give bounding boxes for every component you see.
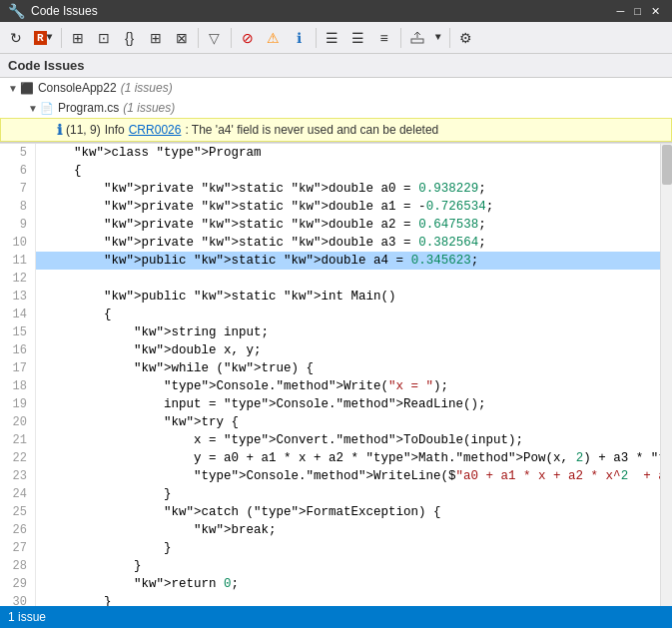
code-content[interactable]: "kw">class "type">Program { "kw">private…: [36, 144, 660, 616]
sep2: [198, 28, 199, 48]
export-dropdown[interactable]: ▼: [431, 26, 445, 50]
svg-rect-0: [411, 39, 423, 43]
restore-button[interactable]: □: [630, 5, 645, 18]
title-bar-left: 🔧 Code Issues: [8, 3, 98, 19]
sep3: [231, 28, 232, 48]
list-view-button[interactable]: ☰: [321, 26, 344, 50]
compact-view-button[interactable]: ≡: [372, 26, 396, 50]
title-bar: 🔧 Code Issues ─ □ ✕: [0, 0, 672, 22]
project-row[interactable]: ▼ ⬛ ConsoleApp22 (1 issues): [0, 78, 672, 98]
file-count: (1 issues): [123, 101, 175, 115]
minimize-button[interactable]: ─: [613, 5, 629, 18]
tree-panel: ▼ ⬛ ConsoleApp22 (1 issues) ▼ 📄 Program.…: [0, 78, 672, 143]
project-name: ConsoleApp22: [38, 81, 117, 95]
project-icon: ⬛: [20, 82, 34, 95]
file-expand-icon[interactable]: ▼: [28, 103, 38, 114]
export-file-button[interactable]: ⊡: [92, 26, 116, 50]
close-button[interactable]: ✕: [647, 5, 664, 18]
info-filter-button[interactable]: ℹ: [288, 26, 312, 50]
section-header: Code Issues: [0, 54, 672, 78]
settings-button[interactable]: ⚙: [454, 26, 478, 50]
scrollbar-thumb[interactable]: [662, 145, 672, 185]
issue-row[interactable]: ℹ (11, 9) Info CRR0026 : The 'a4' field …: [0, 118, 672, 142]
sep5: [400, 28, 401, 48]
issue-location: (11, 9): [66, 123, 101, 137]
info-icon: ℹ: [57, 122, 62, 138]
code-editor-area: 5678910111213141516171819202122232425262…: [0, 143, 672, 616]
sep6: [449, 28, 450, 48]
layout2-button[interactable]: ⊞: [144, 26, 168, 50]
project-expand-icon[interactable]: ▼: [8, 83, 18, 94]
file-row[interactable]: ▼ 📄 Program.cs (1 issues): [0, 98, 672, 118]
window-icon: 🔧: [8, 3, 25, 19]
section-title: Code Issues: [8, 58, 85, 73]
sep4: [316, 28, 317, 48]
warning-filter-button[interactable]: ⚠: [262, 26, 286, 50]
refresh-button[interactable]: ↻: [4, 26, 28, 50]
file-name: Program.cs: [58, 101, 119, 115]
layout3-button[interactable]: ⊠: [170, 26, 194, 50]
export-icon: [410, 31, 424, 45]
status-text: 1 issue: [8, 610, 46, 624]
line-numbers: 5678910111213141516171819202122232425262…: [0, 144, 36, 616]
sep1: [61, 28, 62, 48]
main-window: 🔧 Code Issues ─ □ ✕ ↻ R ▼ ⊞ ⊡ {} ⊞ ⊠ ▽ ⊘…: [0, 0, 672, 628]
file-icon: 📄: [40, 102, 54, 115]
title-bar-controls: ─ □ ✕: [613, 5, 664, 18]
group-button[interactable]: {}: [118, 26, 142, 50]
project-count: (1 issues): [121, 81, 173, 95]
window-title: Code Issues: [31, 4, 98, 18]
issue-code[interactable]: CRR0026: [129, 123, 182, 137]
export-button[interactable]: [405, 26, 429, 50]
error-filter-button[interactable]: ⊘: [236, 26, 260, 50]
vertical-scrollbar[interactable]: [660, 144, 672, 616]
issue-severity: Info: [105, 123, 125, 137]
filter-button[interactable]: ▽: [203, 26, 227, 50]
list-view2-button[interactable]: ☰: [346, 26, 370, 50]
toolbar: ↻ R ▼ ⊞ ⊡ {} ⊞ ⊠ ▽ ⊘ ⚠ ℹ ☰ ☰ ≡ ▼ ⚙: [0, 22, 672, 54]
copy-button[interactable]: ⊞: [66, 26, 90, 50]
issue-message: : The 'a4' field is never used and can b…: [185, 123, 438, 137]
resharper-dropdown[interactable]: R ▼: [30, 26, 57, 50]
status-bar: 1 issue: [0, 606, 672, 628]
